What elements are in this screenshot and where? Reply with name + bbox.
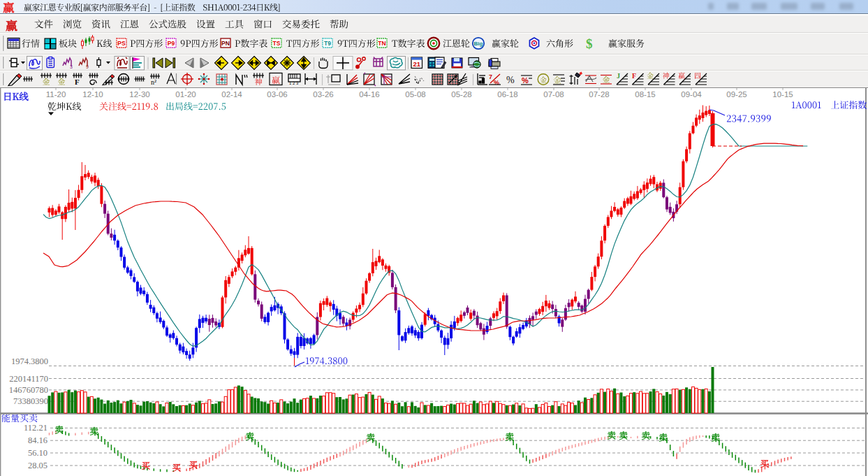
svg-text:112.21: 112.21	[24, 423, 47, 433]
svg-text:11-20: 11-20	[46, 90, 66, 99]
svg-text:28.05: 28.05	[28, 461, 47, 470]
svg-text:T9: T9	[324, 40, 331, 47]
svg-text:n²: n²	[151, 78, 156, 86]
svg-text:04-16: 04-16	[359, 90, 379, 99]
svg-text:02-14: 02-14	[221, 90, 242, 99]
svg-text:10-15: 10-15	[772, 90, 793, 99]
svg-text:F: F	[632, 72, 636, 80]
svg-text:PS: PS	[117, 40, 126, 47]
svg-text:01-20: 01-20	[175, 90, 196, 99]
svg-text:12-10: 12-10	[82, 90, 103, 99]
svg-text:1974.3800: 1974.3800	[11, 356, 48, 366]
svg-text:05-08: 05-08	[405, 90, 425, 99]
svg-text:07-28: 07-28	[589, 90, 609, 99]
svg-text:146760780: 146760780	[9, 385, 48, 395]
svg-text:08-15: 08-15	[635, 90, 655, 99]
svg-text:9: 9	[86, 64, 89, 69]
svg-text:%: %	[522, 76, 529, 85]
svg-text:TS: TS	[273, 40, 281, 47]
svg-text:F: F	[75, 78, 80, 86]
svg-text:07-08: 07-08	[543, 90, 564, 99]
svg-text:%: %	[506, 75, 515, 85]
svg-text:73380390: 73380390	[13, 396, 48, 406]
svg-text:06-18: 06-18	[497, 90, 517, 99]
svg-text:21: 21	[413, 60, 420, 68]
svg-text:09-04: 09-04	[681, 90, 702, 99]
svg-text:03-26: 03-26	[313, 90, 333, 99]
svg-text:7: 7	[489, 73, 492, 80]
svg-text:TN: TN	[378, 40, 385, 47]
svg-text:3: 3	[70, 64, 73, 69]
svg-text:Big: Big	[474, 41, 483, 47]
svg-text:J: J	[617, 72, 620, 80]
svg-text:03-06: 03-06	[267, 90, 287, 99]
svg-text:$: $	[586, 36, 593, 51]
svg-text:05-28: 05-28	[451, 90, 471, 99]
svg-text:12-30: 12-30	[129, 90, 149, 99]
svg-text:P9: P9	[168, 40, 175, 47]
svg-text:09-25: 09-25	[726, 90, 746, 99]
svg-text:1 2 3: 1 2 3	[289, 81, 299, 85]
svg-text:84.16: 84.16	[28, 435, 47, 445]
svg-text:PN: PN	[221, 40, 230, 47]
svg-text:220141170: 220141170	[9, 374, 48, 384]
svg-text:56.10: 56.10	[28, 448, 47, 458]
